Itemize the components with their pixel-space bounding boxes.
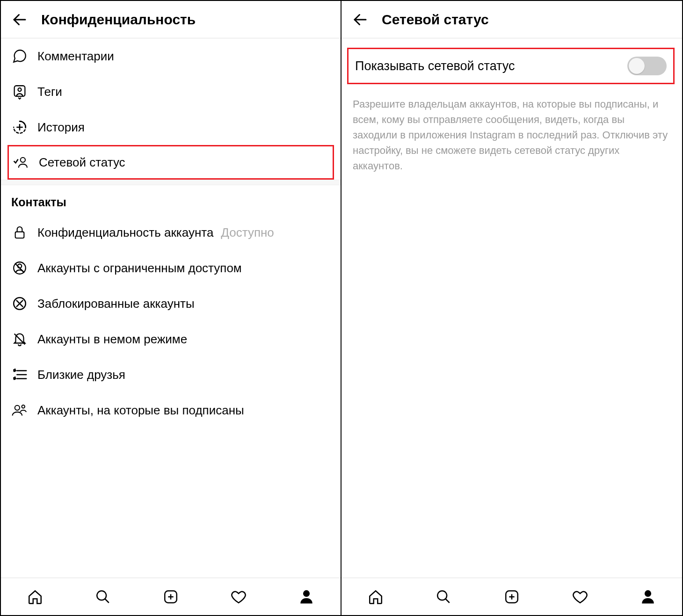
svg-point-19 bbox=[97, 591, 106, 600]
arrow-left-icon bbox=[352, 11, 369, 28]
highlighted-row: Сетевой статус bbox=[7, 145, 334, 180]
nav-activity[interactable] bbox=[229, 587, 248, 606]
section-title-contacts: Контакты bbox=[1, 185, 341, 215]
svg-line-27 bbox=[446, 599, 450, 603]
row-restricted[interactable]: Аккаунты с ограниченным доступом bbox=[1, 250, 341, 286]
row-blocked[interactable]: Заблокированные аккаунты bbox=[1, 286, 341, 321]
header: Конфиденциальность bbox=[1, 1, 341, 38]
row-activity-status[interactable]: Сетевой статус bbox=[9, 146, 333, 178]
page-title: Конфиденциальность bbox=[41, 12, 196, 28]
svg-point-24 bbox=[303, 590, 310, 596]
svg-point-31 bbox=[645, 590, 651, 596]
page-title: Сетевой статус bbox=[382, 12, 489, 28]
nav-activity[interactable] bbox=[571, 587, 589, 606]
nav-profile[interactable] bbox=[297, 587, 316, 606]
row-label: Конфиденциальность аккаунта bbox=[37, 225, 213, 240]
nav-add[interactable] bbox=[502, 587, 521, 606]
svg-point-2 bbox=[18, 88, 21, 91]
content: Комментарии Теги История Сетевой статус … bbox=[1, 38, 341, 578]
bell-off-icon bbox=[11, 331, 28, 348]
comment-icon bbox=[11, 48, 28, 65]
back-button[interactable] bbox=[351, 10, 370, 29]
nav-add[interactable] bbox=[161, 587, 180, 606]
row-label: Аккаунты, на которые вы подписаны bbox=[37, 403, 244, 418]
nav-search[interactable] bbox=[434, 587, 453, 606]
svg-rect-6 bbox=[15, 232, 24, 238]
row-label: Сетевой статус bbox=[39, 155, 125, 170]
nav-profile[interactable] bbox=[639, 587, 657, 606]
story-icon bbox=[11, 119, 28, 136]
row-label: Аккаунты в немом режиме bbox=[37, 332, 187, 347]
arrow-left-icon bbox=[11, 11, 28, 28]
svg-point-17 bbox=[15, 406, 20, 410]
nav-search[interactable] bbox=[94, 587, 112, 606]
tag-icon bbox=[11, 83, 28, 100]
nav-home[interactable] bbox=[366, 587, 385, 606]
section-divider bbox=[1, 180, 341, 185]
svg-point-18 bbox=[22, 405, 25, 408]
activity-status-toggle[interactable] bbox=[627, 57, 667, 75]
row-label: Комментарии bbox=[37, 49, 114, 64]
back-button[interactable] bbox=[10, 10, 29, 29]
row-comments[interactable]: Комментарии bbox=[1, 38, 341, 74]
row-label: Теги bbox=[37, 85, 62, 99]
close-friends-icon bbox=[11, 366, 28, 383]
row-tags[interactable]: Теги bbox=[1, 74, 341, 109]
toggle-knob bbox=[629, 58, 645, 74]
toggle-label: Показывать сетевой статус bbox=[355, 59, 515, 73]
activity-status-icon bbox=[13, 154, 29, 171]
restricted-icon bbox=[11, 260, 28, 276]
row-label: История bbox=[37, 120, 85, 135]
content: Показывать сетевой статус Разрешите влад… bbox=[342, 38, 682, 578]
svg-line-20 bbox=[105, 599, 109, 603]
header: Сетевой статус bbox=[342, 1, 682, 38]
blocked-icon bbox=[11, 295, 28, 312]
bottom-navbar bbox=[342, 578, 682, 615]
row-label: Заблокированные аккаунты bbox=[37, 297, 195, 311]
bottom-navbar bbox=[1, 578, 341, 615]
row-close-friends[interactable]: Близкие друзья bbox=[1, 357, 341, 392]
activity-status-screen: Сетевой статус Показывать сетевой статус… bbox=[342, 1, 682, 615]
activity-status-description: Разрешите владельцам аккаунтов, на котор… bbox=[342, 88, 682, 182]
svg-point-5 bbox=[21, 158, 25, 162]
row-label: Аккаунты с ограниченным доступом bbox=[37, 261, 242, 275]
privacy-screen: Конфиденциальность Комментарии Теги Исто… bbox=[1, 1, 342, 615]
row-story[interactable]: История bbox=[1, 109, 341, 145]
svg-point-26 bbox=[438, 591, 447, 600]
row-label: Близкие друзья bbox=[37, 368, 125, 382]
row-following[interactable]: Аккаунты, на которые вы подписаны bbox=[1, 392, 341, 428]
highlighted-toggle-row: Показывать сетевой статус bbox=[347, 48, 675, 84]
following-icon bbox=[11, 402, 28, 419]
nav-home[interactable] bbox=[26, 587, 44, 606]
lock-icon bbox=[11, 224, 28, 241]
row-value: Доступно bbox=[221, 225, 274, 240]
row-account-privacy[interactable]: Конфиденциальность аккаунта Доступно bbox=[1, 215, 341, 250]
row-muted[interactable]: Аккаунты в немом режиме bbox=[1, 321, 341, 357]
